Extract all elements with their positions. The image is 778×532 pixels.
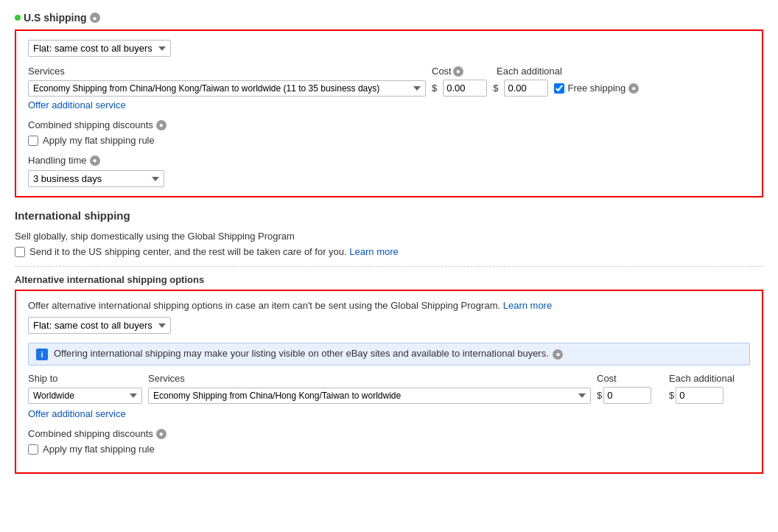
services-column-header: Services (28, 66, 426, 77)
ship-to-select[interactable]: Worldwide Americas Europe Asia (28, 388, 142, 404)
free-shipping-info-icon[interactable]: ● (628, 83, 639, 94)
international-shipping-section: International shipping Sell globally, sh… (15, 209, 763, 474)
global-program-checkbox[interactable] (15, 247, 25, 257)
global-program-learn-more-link[interactable]: Learn more (349, 246, 398, 257)
intl-combined-discounts-info-icon[interactable]: ● (156, 429, 167, 439)
intl-cost-col: $ (597, 387, 663, 404)
offer-additional-service-link[interactable]: Offer additional service (28, 99, 126, 111)
intl-cost-input[interactable] (603, 387, 651, 404)
info-banner-text: Offering international shipping may make… (54, 348, 742, 360)
intl-apply-flat-rule-checkbox[interactable] (28, 444, 38, 455)
handling-time-info-icon[interactable]: ● (90, 155, 100, 166)
alt-intl-learn-more-link[interactable]: Learn more (503, 300, 552, 311)
free-shipping-checkbox[interactable] (554, 83, 564, 94)
intl-each-additional-col: $ (669, 387, 750, 404)
us-shipping-title: U.S shipping (24, 12, 87, 24)
page-container: U.S shipping ● Flat: same cost to all bu… (0, 0, 778, 532)
intl-cost-dollar-sign: $ (597, 390, 602, 401)
us-shipping-header: U.S shipping ● (15, 12, 763, 24)
intl-flat-rate-header: Flat: same cost to all buyers (28, 317, 750, 334)
alt-intl-shipping-box: Offer alternative international shipping… (15, 290, 763, 474)
info-banner-icon: i (36, 349, 48, 360)
intl-offer-additional-service-link[interactable]: Offer additional service (28, 408, 126, 419)
alt-intl-desc: Offer alternative international shipping… (28, 300, 750, 311)
intl-services-column-header: Services (148, 373, 591, 384)
offer-additional-service-row: Offer additional service (28, 99, 750, 111)
cost-input[interactable] (443, 80, 487, 97)
free-shipping-row: Free shipping ● (554, 83, 639, 94)
info-banner-tooltip-icon[interactable]: ● (553, 349, 563, 360)
apply-flat-rule-label: Apply my flat shipping rule (43, 135, 155, 146)
intl-offer-additional-service-row: Offer additional service (28, 408, 750, 419)
services-header-row: Services Cost ● Each additional (28, 66, 750, 77)
dashed-divider (15, 266, 763, 267)
service-select[interactable]: Economy Shipping from China/Hong Kong/Ta… (28, 80, 426, 97)
combined-discounts-title: Combined shipping discounts ● (28, 119, 750, 130)
global-program-section: Sell globally, ship domestically using t… (15, 231, 763, 257)
apply-flat-rule-checkbox[interactable] (28, 136, 38, 146)
cost-dollar-sign: $ (432, 83, 437, 94)
ship-to-column-header: Ship to (28, 373, 142, 384)
intl-each-additional-column-header: Each additional (669, 373, 750, 384)
intl-flat-rule-row: Apply my flat shipping rule (28, 444, 750, 455)
flat-rate-select[interactable]: Flat: same cost to all buyers (28, 40, 171, 57)
each-additional-column-header: Each additional (497, 66, 585, 77)
handling-time-section: Handling time ● 3 business days 1 busine… (28, 155, 750, 187)
intl-each-additional-dollar-sign: $ (669, 390, 674, 401)
global-program-title: Sell globally, ship domestically using t… (15, 231, 763, 242)
intl-apply-flat-rule-label: Apply my flat shipping rule (43, 444, 155, 455)
handling-time-title: Handling time ● (28, 155, 750, 166)
global-program-desc: Send it to the US shipping center, and t… (29, 246, 399, 257)
info-banner: i Offering international shipping may ma… (28, 343, 750, 365)
intl-cost-column-header: Cost (597, 373, 663, 384)
combined-discounts-info-icon[interactable]: ● (156, 120, 167, 130)
cost-info-icon[interactable]: ● (453, 66, 463, 77)
us-shipping-box: Flat: same cost to all buyers Services C… (15, 29, 763, 197)
intl-combined-discounts-title: Combined shipping discounts ● (28, 428, 750, 439)
us-shipping-info-icon[interactable]: ● (90, 13, 100, 23)
combined-shipping-section: Combined shipping discounts ● Apply my f… (28, 119, 750, 146)
each-additional-input[interactable] (504, 80, 548, 97)
intl-combined-shipping-section: Combined shipping discounts ● Apply my f… (28, 428, 750, 455)
free-shipping-label: Free shipping (567, 83, 625, 94)
intl-each-additional-input[interactable] (676, 387, 723, 404)
flat-rate-header: Flat: same cost to all buyers (28, 40, 750, 57)
intl-flat-rate-select[interactable]: Flat: same cost to all buyers (28, 317, 171, 334)
services-row: Economy Shipping from China/Hong Kong/Ta… (28, 80, 750, 97)
flat-rule-row: Apply my flat shipping rule (28, 135, 750, 146)
intl-ship-to-services-header: Ship to Services Cost Each additional (28, 373, 750, 384)
each-additional-dollar-sign: $ (493, 83, 498, 94)
global-program-row: Send it to the US shipping center, and t… (15, 246, 763, 257)
alt-intl-title: Alternative international shipping optio… (15, 274, 763, 285)
cost-column-header: Cost ● (432, 66, 491, 77)
green-dot-icon (15, 15, 21, 21)
international-shipping-title: International shipping (15, 209, 763, 222)
handling-time-select[interactable]: 3 business days 1 business day 2 busines… (28, 170, 164, 187)
intl-service-select[interactable]: Economy Shipping from China/Hong Kong/Ta… (148, 388, 591, 404)
intl-ship-to-services-row: Worldwide Americas Europe Asia Economy S… (28, 387, 750, 404)
